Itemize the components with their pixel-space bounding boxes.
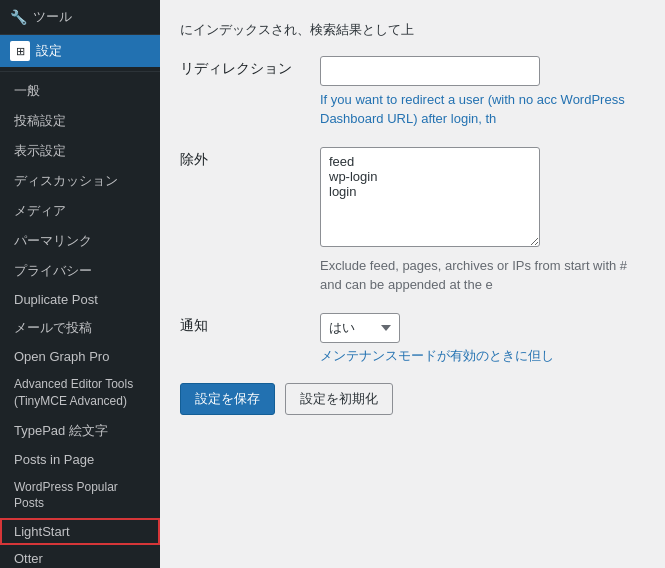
sidebar-item-general[interactable]: 一般	[0, 76, 160, 106]
button-row: 設定を保存 設定を初期化	[180, 383, 645, 415]
sidebar-item-otter[interactable]: Otter	[0, 545, 160, 568]
maintenance-hint: メンテナンスモードが有効のときに但し	[320, 347, 640, 365]
exclude-textarea[interactable]: feed wp-login login	[320, 147, 540, 247]
reset-button[interactable]: 設定を初期化	[285, 383, 393, 415]
sidebar-item-posts-in-page[interactable]: Posts in Page	[0, 446, 160, 473]
exclude-label: 除外	[180, 147, 300, 169]
sidebar-item-advanced-editor-tools[interactable]: Advanced Editor Tools (TinyMCE Advanced)	[0, 370, 160, 416]
settings-label: 設定	[36, 42, 62, 60]
sidebar-item-writing[interactable]: 投稿設定	[0, 106, 160, 136]
notify-select[interactable]: はい いいえ	[320, 313, 400, 343]
redirect-control: If you want to redirect a user (with no …	[320, 56, 645, 129]
wrench-icon: 🔧	[10, 9, 27, 25]
notify-row: 通知 はい いいえ メンテナンスモードが有効のときに但し	[180, 313, 645, 365]
redirect-input[interactable]	[320, 56, 540, 86]
settings-icon: ⊞	[10, 41, 30, 61]
notify-control: はい いいえ メンテナンスモードが有効のときに但し	[320, 313, 645, 365]
redirect-hint: If you want to redirect a user (with no …	[320, 90, 640, 129]
sidebar-item-wordpress-popular-posts[interactable]: WordPress Popular Posts	[0, 473, 160, 519]
top-hint: にインデックスされ、検索結果として上	[180, 20, 645, 40]
sidebar-item-media[interactable]: メディア	[0, 196, 160, 226]
sidebar-tools-header: 🔧 ツール	[0, 0, 160, 35]
exclude-hint: Exclude feed, pages, archives or IPs fro…	[320, 256, 640, 295]
redirect-row: リディレクション If you want to redirect a user …	[180, 56, 645, 129]
notify-select-wrap: はい いいえ	[320, 313, 645, 343]
sidebar-item-typepad[interactable]: TypePad 絵文字	[0, 416, 160, 446]
sidebar-item-reading[interactable]: 表示設定	[0, 136, 160, 166]
save-button[interactable]: 設定を保存	[180, 383, 275, 415]
main-content: にインデックスされ、検索結果として上 リディレクション If you want …	[160, 0, 665, 568]
sidebar-item-discussion[interactable]: ディスカッション	[0, 166, 160, 196]
redirect-label: リディレクション	[180, 56, 300, 78]
sidebar-item-duplicate-post[interactable]: Duplicate Post	[0, 286, 160, 313]
sidebar-item-lightstart[interactable]: LightStart	[0, 518, 160, 545]
sidebar-item-settings[interactable]: ⊞ 設定	[0, 35, 160, 67]
sidebar-divider	[0, 71, 160, 72]
exclude-control: feed wp-login login Exclude feed, pages,…	[320, 147, 645, 295]
sidebar: 🔧 ツール ⊞ 設定 一般 投稿設定 表示設定 ディスカッション メディア パー…	[0, 0, 160, 568]
exclude-row: 除外 feed wp-login login Exclude feed, pag…	[180, 147, 645, 295]
sidebar-item-privacy[interactable]: プライバシー	[0, 256, 160, 286]
sidebar-item-mail-post[interactable]: メールで投稿	[0, 313, 160, 343]
tools-label: ツール	[33, 8, 72, 26]
sidebar-item-permalinks[interactable]: パーマリンク	[0, 226, 160, 256]
notify-label: 通知	[180, 313, 300, 335]
sidebar-item-open-graph-pro[interactable]: Open Graph Pro	[0, 343, 160, 370]
